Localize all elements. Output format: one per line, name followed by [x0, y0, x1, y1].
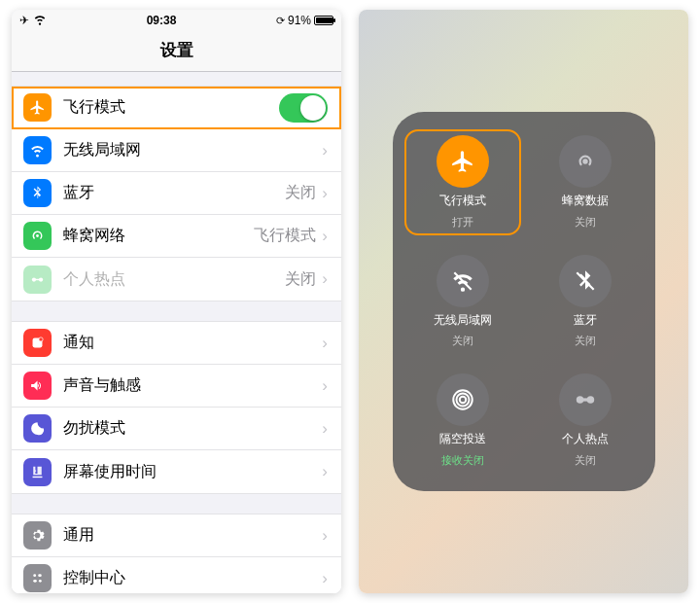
- cc-sub: 关闭: [575, 215, 596, 230]
- dnd-icon: [23, 414, 52, 443]
- row-bluetooth[interactable]: 蓝牙 关闭 ›: [12, 172, 341, 215]
- svg-rect-21: [579, 399, 590, 402]
- wifi-icon: [33, 13, 47, 29]
- cc-label: 个人热点: [562, 432, 609, 447]
- row-label: 声音与触感: [63, 375, 322, 396]
- chevron-right-icon: ›: [322, 376, 328, 396]
- bluetooth-off-icon: [559, 255, 612, 307]
- chevron-right-icon: ›: [322, 419, 328, 439]
- chevron-right-icon: ›: [322, 227, 328, 246]
- chevron-right-icon: ›: [322, 334, 328, 353]
- notification-icon: [23, 329, 52, 357]
- clock: 09:38: [47, 14, 276, 27]
- sound-icon: [23, 372, 52, 400]
- settings-list: 飞行模式 无线局域网 › 蓝牙 关闭 › 蜂窝网络 飞行模式 ›: [12, 72, 341, 593]
- page-title: 设置: [12, 31, 341, 72]
- airplane-icon: [437, 135, 489, 188]
- row-airplane-mode[interactable]: 飞行模式: [12, 87, 341, 129]
- wifi-icon: [23, 136, 52, 164]
- settings-group-notif: 通知 › 声音与触感 › 勿扰模式 › 屏幕使用时间 ›: [12, 321, 341, 494]
- row-label: 控制中心: [63, 568, 322, 588]
- svg-rect-2: [34, 278, 41, 279]
- orientation-lock-icon: ⟳: [276, 15, 285, 27]
- chevron-right-icon: ›: [322, 462, 328, 481]
- row-label: 无线局域网: [63, 140, 322, 160]
- row-control-center[interactable]: 控制中心 ›: [12, 557, 341, 593]
- chevron-right-icon: ›: [322, 526, 328, 546]
- row-general[interactable]: 通用 ›: [12, 514, 341, 557]
- airplane-icon: ✈︎: [19, 14, 29, 27]
- cc-hotspot[interactable]: 个人热点 关闭: [533, 373, 638, 468]
- svg-point-4: [39, 337, 43, 341]
- connectivity-panel: 飞行模式 打开 蜂窝数据 关闭 无线局域网 关闭 蓝牙 关闭 隔空投送 接收关闭…: [393, 112, 655, 491]
- svg-point-17: [456, 394, 469, 407]
- row-value: 关闭: [285, 269, 316, 290]
- cellular-icon: [23, 222, 52, 250]
- row-wifi[interactable]: 无线局域网 ›: [12, 129, 341, 172]
- battery-pct: 91%: [288, 14, 311, 27]
- chevron-right-icon: ›: [322, 269, 328, 289]
- row-sound[interactable]: 声音与触感 ›: [12, 365, 341, 408]
- row-label: 通用: [63, 525, 322, 546]
- cc-airplane-mode[interactable]: 飞行模式 打开: [410, 135, 515, 230]
- airplane-icon: [23, 93, 52, 122]
- row-label: 个人热点: [63, 269, 285, 290]
- cc-sub: 打开: [452, 215, 473, 230]
- row-value: 飞行模式: [254, 226, 316, 246]
- svg-point-6: [33, 574, 36, 577]
- row-value: 关闭: [285, 183, 316, 203]
- row-hotspot: 个人热点 关闭 ›: [12, 258, 341, 301]
- control-center-screen: 飞行模式 打开 蜂窝数据 关闭 无线局域网 关闭 蓝牙 关闭 隔空投送 接收关闭…: [359, 10, 688, 593]
- chevron-right-icon: ›: [322, 141, 328, 160]
- wifi-off-icon: [437, 255, 489, 307]
- svg-rect-8: [33, 580, 37, 583]
- cc-cellular[interactable]: 蜂窝数据 关闭: [533, 135, 638, 230]
- settings-group-general: 通用 › 控制中心 › AA 显示与亮度 › 辅助功能 ›: [12, 514, 341, 593]
- svg-rect-7: [38, 574, 42, 577]
- cc-label: 蜂窝数据: [562, 194, 609, 209]
- row-label: 通知: [63, 333, 322, 353]
- airplane-toggle[interactable]: [279, 93, 328, 123]
- gear-icon: [23, 521, 52, 550]
- cc-label: 隔空投送: [439, 432, 486, 447]
- chevron-right-icon: ›: [322, 184, 328, 203]
- status-bar: ✈︎ 09:38 ⟳ 91%: [12, 10, 341, 31]
- battery-icon: [314, 16, 333, 25]
- svg-point-13: [583, 160, 586, 162]
- cc-sub: 关闭: [575, 334, 596, 348]
- hotspot-icon: [23, 266, 52, 294]
- row-label: 勿扰模式: [63, 418, 322, 439]
- row-screentime[interactable]: 屏幕使用时间 ›: [12, 450, 341, 493]
- row-cellular[interactable]: 蜂窝网络 飞行模式 ›: [12, 215, 341, 258]
- cellular-icon: [559, 135, 612, 188]
- screentime-icon: [23, 458, 52, 486]
- chevron-right-icon: ›: [322, 569, 328, 588]
- cc-label: 无线局域网: [434, 313, 492, 329]
- cc-label: 蓝牙: [574, 313, 597, 329]
- svg-rect-5: [33, 476, 43, 477]
- svg-point-9: [39, 580, 42, 583]
- cc-sub: 接收关闭: [441, 453, 484, 468]
- bluetooth-icon: [23, 179, 52, 207]
- cc-airdrop[interactable]: 隔空投送 接收关闭: [410, 373, 515, 468]
- row-notifications[interactable]: 通知 ›: [12, 322, 341, 365]
- cc-label: 飞行模式: [439, 194, 486, 209]
- row-label: 蓝牙: [63, 183, 285, 203]
- row-label: 飞行模式: [63, 97, 279, 118]
- settings-group-network: 飞行模式 无线局域网 › 蓝牙 关闭 › 蜂窝网络 飞行模式 ›: [12, 86, 341, 302]
- row-dnd[interactable]: 勿扰模式 ›: [12, 408, 341, 450]
- cc-wifi[interactable]: 无线局域网 关闭: [410, 255, 515, 349]
- control-center-icon: [23, 564, 52, 592]
- cc-sub: 关闭: [452, 334, 473, 348]
- airdrop-icon: [437, 373, 489, 426]
- row-label: 蜂窝网络: [63, 226, 254, 246]
- hotspot-icon: [559, 373, 612, 426]
- row-label: 屏幕使用时间: [63, 462, 322, 482]
- cc-sub: 关闭: [575, 453, 596, 468]
- cc-bluetooth[interactable]: 蓝牙 关闭: [533, 255, 638, 349]
- svg-point-16: [459, 397, 466, 404]
- settings-screen: ✈︎ 09:38 ⟳ 91% 设置 飞行模式 无线局域网 ›: [12, 10, 341, 593]
